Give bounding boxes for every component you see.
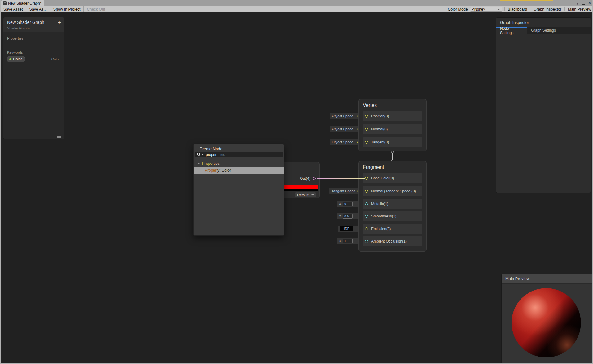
result-match-text: Propert <box>205 168 217 173</box>
slot-emission: Emission(3) <box>363 224 422 234</box>
metallic-default-widget: X 0 <box>337 201 361 207</box>
show-in-project-button[interactable]: Show In Project <box>50 6 84 12</box>
slot-normal-ts-label: Normal (Tangent Space)(3) <box>371 189 416 193</box>
color-property-name: Color <box>13 57 22 61</box>
text-cursor <box>219 153 219 156</box>
vertex-node-title: Vertex <box>363 103 377 108</box>
search-filter-chevron-icon[interactable] <box>202 154 204 155</box>
object-space-tag[interactable]: Object Space <box>330 113 361 119</box>
collapse-triangle-icon[interactable] <box>197 163 200 164</box>
main-preview-header: Main Preview <box>502 274 592 284</box>
property-color-dot-icon <box>9 58 11 60</box>
precision-dropdown-value: Default <box>297 193 308 197</box>
emission-port[interactable] <box>365 227 368 230</box>
slot-base-color-label: Base Color(3) <box>371 176 394 180</box>
color-mode-dropdown[interactable]: <None> <box>470 7 502 12</box>
base-color-port[interactable] <box>365 177 368 180</box>
smoothness-port[interactable] <box>365 215 368 218</box>
object-space-tag-label: Object Space <box>332 140 353 144</box>
create-node-search-input[interactable]: propert ies <box>195 152 283 157</box>
position-port[interactable] <box>365 115 368 118</box>
tangent-space-tag-label: Tangent Space <box>332 189 355 193</box>
x-component-label: X <box>339 214 341 218</box>
object-space-tag[interactable]: Object Space <box>330 139 361 145</box>
blackboard-panel: New Shader Graph Shader Graphs + Propert… <box>3 17 64 139</box>
emission-default-widget: HDR <box>338 226 361 232</box>
tab-node-settings[interactable]: Node Settings <box>496 27 527 34</box>
shader-graph-window: New Shader Graph* ⋮ ✕ Save Asset Save As… <box>0 0 593 364</box>
tangent-space-tag[interactable]: Tangent Space <box>329 188 361 194</box>
graph-inspector-toggle-button[interactable]: Graph Inspector <box>530 7 564 11</box>
check-out-button: Check Out <box>84 6 108 12</box>
object-space-tag-label: Object Space <box>332 114 353 118</box>
slot-position: Position(3) <box>363 111 422 121</box>
blackboard-title: New Shader Graph <box>7 20 44 25</box>
window-menu-icon[interactable]: ⋮ <box>575 1 579 5</box>
slot-metallic: Metallic(1) <box>363 199 422 209</box>
normal-ts-port[interactable] <box>365 190 368 193</box>
smoothness-default-widget: X 0.5 <box>337 213 361 219</box>
notification-strip <box>500 0 553 1</box>
slot-normal: Normal(3) <box>363 124 422 134</box>
slot-metallic-label: Metallic(1) <box>371 202 388 206</box>
category-match-text: Propert <box>202 161 215 166</box>
toolbar-right-group: Color Mode <None> Blackboard Graph Inspe… <box>448 6 593 12</box>
blackboard-subtitle: Shader Graphs <box>7 26 30 30</box>
out-port[interactable] <box>313 177 316 180</box>
window-controls: ⋮ ✕ <box>575 0 591 6</box>
popup-resize-grip[interactable] <box>279 234 283 235</box>
normal-port[interactable] <box>365 128 368 131</box>
smoothness-value-field[interactable]: 0.5 <box>343 214 353 219</box>
save-as-button[interactable]: Save As... <box>26 6 50 12</box>
slot-base-color: Base Color(3) <box>363 173 422 183</box>
title-bar: New Shader Graph* ⋮ ✕ <box>0 0 593 6</box>
blackboard-toggle-button[interactable]: Blackboard <box>504 7 530 11</box>
preview-sphere[interactable] <box>512 288 581 357</box>
hdr-color-field[interactable]: HDR <box>340 226 353 231</box>
ambient-occlusion-default-widget: X 1 <box>337 238 361 244</box>
create-node-title: Create Node <box>200 147 222 151</box>
vertex-context-node[interactable]: Vertex Position(3) Normal(3) Tangent(3) <box>358 99 427 151</box>
main-preview-resize-grip[interactable] <box>586 361 590 362</box>
search-autocomplete-text: ies <box>220 152 225 157</box>
tab-graph-settings[interactable]: Graph Settings <box>527 27 560 34</box>
color-mode-value: <None> <box>472 7 485 11</box>
edge-color-to-basecolor <box>317 178 365 179</box>
metallic-port[interactable] <box>365 202 368 205</box>
result-row-property-color[interactable]: Propert y: Color <box>194 167 284 174</box>
maximize-icon[interactable] <box>582 2 585 5</box>
properties-section-label: Properties <box>7 37 23 40</box>
save-asset-button[interactable]: Save Asset <box>0 6 26 12</box>
object-space-tag-label: Object Space <box>332 127 353 131</box>
x-component-label: X <box>339 202 341 206</box>
category-rest-text: ies <box>215 161 220 166</box>
object-space-tag[interactable]: Object Space <box>330 126 361 132</box>
document-tab[interactable]: New Shader Graph* <box>1 0 44 6</box>
tangent-port[interactable] <box>365 141 368 144</box>
precision-dropdown[interactable]: Default <box>295 192 316 197</box>
add-property-button[interactable]: + <box>58 20 61 26</box>
fragment-context-node[interactable]: Fragment Base Color(3) Normal (Tangent S… <box>358 161 427 252</box>
color-property-type: Color <box>51 57 60 61</box>
blackboard-resize-grip[interactable] <box>57 136 61 138</box>
ambient-occlusion-value-field[interactable]: 1 <box>343 239 353 243</box>
ambient-occlusion-port[interactable] <box>365 240 368 243</box>
create-node-popup: Create Node propert ies Propert ies Prop… <box>193 144 284 236</box>
keywords-section-label: Keywords <box>7 50 23 54</box>
color-node-out-row: Out(4) <box>300 176 316 181</box>
graph-inspector-title: Graph Inspector <box>500 20 529 25</box>
main-preview-toggle-button[interactable]: Main Preview <box>564 7 593 11</box>
slot-smoothness: Smoothness(1) <box>363 211 422 221</box>
slot-normal-label: Normal(3) <box>371 127 388 131</box>
category-row-properties[interactable]: Propert ies <box>194 161 284 166</box>
search-typed-text: propert <box>206 152 217 157</box>
x-component-label: X <box>339 239 341 243</box>
slot-normal-ts: Normal (Tangent Space)(3) <box>363 186 422 196</box>
slot-tangent-label: Tangent(3) <box>371 140 389 144</box>
fragment-node-title: Fragment <box>363 164 384 170</box>
graph-inspector-panel: Graph Inspector Node Settings Graph Sett… <box>496 17 591 193</box>
close-icon[interactable]: ✕ <box>588 1 591 5</box>
slot-emission-label: Emission(3) <box>371 227 391 231</box>
color-property-pill[interactable]: Color <box>7 56 25 62</box>
metallic-value-field[interactable]: 0 <box>343 202 353 206</box>
